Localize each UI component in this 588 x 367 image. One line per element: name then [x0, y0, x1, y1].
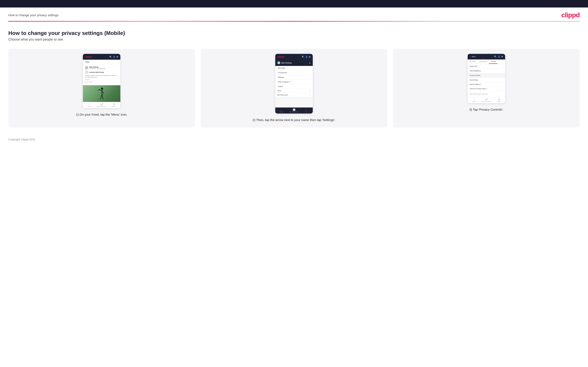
feed-label: Feed — [83, 60, 120, 65]
svg-line-6 — [102, 94, 103, 98]
menu-panel: Blair McHarg ▲ My Profile Connections Se… — [275, 60, 313, 108]
top-bar — [0, 0, 588, 8]
main-content: How to change your privacy settings (Mob… — [0, 22, 588, 132]
post-user-name: Blair McHarg — [89, 66, 105, 68]
tab-settings[interactable]: Settings — [489, 59, 497, 64]
performance-icon-3: 📈 — [485, 98, 488, 100]
header: How to change your privacy settings clip… — [0, 8, 588, 21]
settings-item-helpsupport[interactable]: Help & Support ↗ — [468, 82, 505, 87]
settings-item-serviceprivacy[interactable]: Service & Privacy Policy ↗ — [468, 87, 505, 91]
settings-item-privacycontrols[interactable]: Privacy Controls › — [468, 73, 505, 78]
nav-menu-3: ☰ Menu — [493, 98, 505, 102]
menu-user-name: Blair McHarg — [281, 62, 292, 64]
settings-icon: ⚙ — [116, 56, 118, 58]
page-heading: How to change your privacy settings (Mob… — [8, 30, 580, 36]
menu-item-helpsupport[interactable]: Help & Support ↗ — [275, 80, 313, 84]
settings-item-mygolfbag[interactable]: My Golf Bag › — [468, 78, 505, 82]
nav-home-label-2: Home — [280, 111, 283, 112]
post-desc: Looking to feel like my hands are exitin… — [85, 75, 118, 78]
privacycontrols-label: Privacy Controls — [470, 75, 480, 76]
back-button[interactable]: ← Back — [470, 56, 476, 58]
page-subheading: Choose what you want people to see — [8, 38, 580, 41]
step-3-card: ← Back 🔍 👤 ⚙ My Profile Connections Sett… — [393, 49, 580, 127]
home-chevron-right: ▼ — [309, 90, 311, 92]
nav-home-label-1: Home — [87, 106, 91, 107]
post-content: B Blair McHarg Yesterday · Sunningdale L… — [83, 65, 120, 85]
performance-icon-1: 📈 — [100, 103, 103, 105]
menu-item-myprofile[interactable]: My Profile — [275, 66, 313, 70]
post-user-sub: Yesterday · Sunningdale — [89, 68, 105, 69]
phone-bottom-nav-3: ⌂ Home 📈 My Performance ☰ Menu — [468, 97, 505, 103]
settings-icon-3: ⚙ — [501, 56, 503, 58]
user-icon-2: 👤 — [305, 56, 308, 58]
step-3-phone: ← Back 🔍 👤 ⚙ My Profile Connections Sett… — [468, 54, 505, 103]
phone-bottom-nav-2: ⌂ Home 📈 My Performance ✕ Menu — [275, 108, 313, 114]
settings-icon-2: ⚙ — [309, 56, 311, 58]
phone-topbar-1: clippd 🔍 👤 ⚙ — [83, 54, 120, 60]
myaccount-chevron: › — [502, 65, 503, 67]
performance-chevron-right: ▼ — [309, 94, 311, 96]
post-avatar: B — [85, 66, 88, 69]
search-icon-3: 🔍 — [494, 56, 497, 58]
nav-performance-label-1: My Performance — [97, 106, 106, 107]
nav-home-1: ⌂ Home — [83, 103, 95, 107]
search-icon: 🔍 — [109, 56, 112, 58]
nav-performance-3: 📈 My Performance — [480, 98, 493, 102]
settings-item-dataintegrations[interactable]: Data Integrations › — [468, 69, 505, 73]
svg-line-7 — [100, 98, 101, 99]
nav-menu-label-1: Menu — [112, 106, 116, 107]
nav-menu-label-3: Menu — [497, 101, 500, 102]
serviceprivacy-label: Service & Privacy Policy ↗ — [470, 88, 487, 90]
menu-icon-3: ☰ — [498, 98, 500, 100]
step-1-card: clippd 🔍 👤 ⚙ Feed B Blair McHarg — [8, 49, 195, 127]
nav-home-3: ⌂ Home — [468, 98, 480, 102]
steps-container: clippd 🔍 👤 ⚙ Feed B Blair McHarg — [8, 49, 580, 127]
step-2-description: 2) Then, tap the arrow next to your name… — [252, 118, 336, 123]
golf-image — [83, 85, 120, 102]
nav-menu-1: ☰ Menu — [108, 103, 120, 107]
settings-item-myaccount[interactable]: My Account › — [468, 64, 505, 69]
step-2-card: clippd 🔍 👤 ⚙ Blair McHarg — [201, 49, 387, 127]
menu-bg-content — [275, 97, 313, 108]
menu-icon-1: ☰ — [113, 103, 115, 105]
close-icon: ✕ — [306, 108, 307, 111]
performance-icon-2: 📈 — [293, 108, 295, 111]
menu-home-label: Home — [277, 90, 281, 92]
menu-user-left: Blair McHarg — [277, 61, 292, 64]
nav-performance-1: 📈 My Performance — [95, 103, 108, 107]
menu-user-row: Blair McHarg ▲ — [275, 60, 313, 66]
nav-home-label-3: Home — [472, 101, 476, 102]
menu-item-logout[interactable]: Logout — [275, 84, 313, 89]
menu-user-avatar — [277, 61, 280, 64]
menu-item-row-performance: My Performance ▼ — [275, 93, 313, 97]
nav-menu-label-2: Menu — [305, 111, 308, 112]
step-1-description: 1) On your Feed, tap the 'Menu' icon. — [76, 112, 127, 117]
search-icon-2: 🔍 — [302, 56, 304, 58]
step-2-phone: clippd 🔍 👤 ⚙ Blair McHarg — [275, 54, 313, 114]
phone-bottom-nav-1: ⌂ Home 📈 My Performance ☰ Menu — [83, 102, 120, 108]
nav-performance-2: 📈 My Performance — [288, 108, 300, 112]
lesson-icon — [85, 70, 88, 74]
tab-connections[interactable]: Connections — [477, 59, 489, 64]
menu-chevron-up: ▲ — [309, 62, 311, 64]
menu-item-settings[interactable]: Settings — [275, 75, 313, 80]
svg-line-2 — [99, 89, 102, 91]
home-icon-1: ⌂ — [88, 103, 90, 105]
mygolfbag-chevron: › — [502, 79, 503, 81]
home-icon-3: ⌂ — [473, 98, 475, 100]
post-duration: Duration — [85, 79, 118, 80]
phone-icons-1: 🔍 👤 ⚙ — [109, 56, 118, 58]
home-icon-2: ⌂ — [281, 108, 282, 111]
settings-topbar: ← Back 🔍 👤 ⚙ — [468, 54, 505, 59]
svg-line-4 — [98, 89, 99, 91]
version-info: Clippd Client Version: 2022.8.3-3 GQL Se… — [468, 91, 505, 97]
dataintegrations-label: Data Integrations — [470, 70, 481, 72]
menu-item-connections[interactable]: Connections — [275, 70, 313, 75]
nav-performance-label-2: My Performance — [289, 111, 299, 112]
myaccount-label: My Account — [470, 66, 477, 67]
logo: clippd — [561, 11, 580, 19]
settings-tabs: My Profile Connections Settings — [468, 59, 505, 64]
tab-myprofile[interactable]: My Profile — [468, 59, 477, 64]
footer: Copyright Clippd 2022 — [0, 132, 588, 147]
phone-topbar-2: clippd 🔍 👤 ⚙ — [275, 54, 313, 60]
